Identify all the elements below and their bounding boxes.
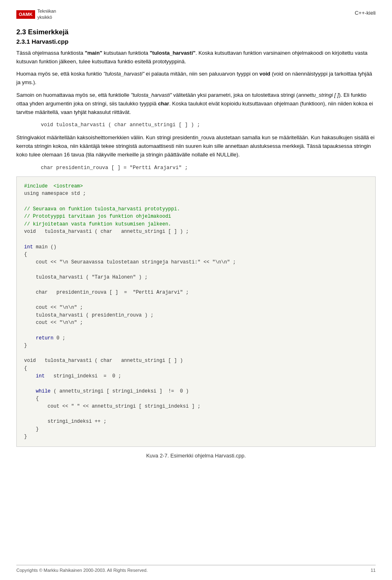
code-cout2: cout << "\n\n" ; bbox=[24, 305, 83, 310]
code-cout1: cout << "\n Seuraavassa tulostetaan stri… bbox=[24, 259, 236, 265]
code-func-decl: void tulosta_harvasti ( char annettu_str… bbox=[24, 358, 183, 364]
page: OAMK Tekniikanyksikkö C++-kieli 2.3 Esim… bbox=[0, 0, 392, 580]
code-return: return 0 ; bbox=[24, 335, 65, 341]
code-call1: tulosta_harvasti ( "Tarja Halonen" ) ; bbox=[24, 274, 147, 280]
section-heading: 2.3 Esimerkkejä bbox=[16, 28, 376, 36]
code-brace2: } bbox=[24, 343, 27, 348]
code-include: #include <iostream> bbox=[24, 183, 83, 189]
code-proto: void tulosta_harvasti ( char annettu_str… bbox=[24, 229, 189, 234]
code-comment1: // Seuraava on funktion tulosta_harvasti… bbox=[24, 206, 180, 212]
logo-area: OAMK Tekniikanyksikkö bbox=[16, 8, 56, 21]
code-increment: stringi_indeksi ++ ; bbox=[24, 419, 107, 424]
code-brace3: { bbox=[24, 366, 27, 371]
code-box: #include <iostream> using namespace std … bbox=[16, 176, 376, 447]
logo-oamk: OAMK bbox=[19, 12, 33, 17]
footer-copyright: Copyrights © Markku Rahikainen 2000-2003… bbox=[16, 568, 148, 573]
code-using: using namespace std ; bbox=[24, 191, 86, 196]
figure-caption: Kuva 2-7. Esimerkki ohjelma Harvasti.cpp… bbox=[16, 453, 376, 459]
code-cout4: cout << " " << annettu_stringi [ stringi… bbox=[24, 404, 200, 409]
code-brace1: { bbox=[24, 252, 27, 257]
paragraph-4: Stringivakiot määritellään kaksoisheitto… bbox=[16, 134, 376, 159]
header: OAMK Tekniikanyksikkö C++-kieli bbox=[16, 8, 376, 21]
code-brace6: } bbox=[24, 434, 27, 439]
code-brace4: { bbox=[24, 396, 39, 402]
paragraph-1: Tässä ohjelmassa funktiosta "main" kutsu… bbox=[16, 49, 376, 66]
prototype-line: void tulosta_harvasti ( char annettu_str… bbox=[41, 122, 376, 128]
footer: Copyrights © Markku Rahikainen 2000-2003… bbox=[16, 565, 376, 573]
code-cout3: cout << "\n\n" ; bbox=[24, 320, 83, 326]
paragraph-3: Samoin on huomattavaa myös se, että funk… bbox=[16, 91, 376, 116]
code-int-main: int main () bbox=[24, 244, 56, 250]
logo-text: Tekniikanyksikkö bbox=[38, 8, 56, 21]
code-int-decl: int stringi_indeksi = 0 ; bbox=[24, 373, 121, 379]
code-char-decl: char presidentin_rouva [ ] = "Pertti Ara… bbox=[24, 290, 189, 295]
char-line: char presidentin_rouva [ ] = "Pertti Ara… bbox=[41, 165, 376, 171]
header-title: C++-kieli bbox=[355, 8, 376, 16]
code-call2: tulosta_harvasti ( presidentin_rouva ) ; bbox=[24, 312, 154, 318]
code-while: while ( annettu_stringi [ stringi_indeks… bbox=[24, 388, 189, 394]
logo-box: OAMK bbox=[16, 10, 35, 18]
footer-page-number: 11 bbox=[371, 568, 376, 573]
subsection-heading: 2.3.1 Harvasti.cpp bbox=[16, 38, 376, 45]
code-comment2: // Prototyyppi tarvitaan jos funktion oh… bbox=[24, 214, 171, 219]
paragraph-2: Huomaa myös se, että koska funktio "tulo… bbox=[16, 70, 376, 87]
code-comment3: // kirjoitetaan vasta funktion kutsumise… bbox=[24, 221, 171, 227]
code-brace5: } bbox=[24, 426, 39, 432]
